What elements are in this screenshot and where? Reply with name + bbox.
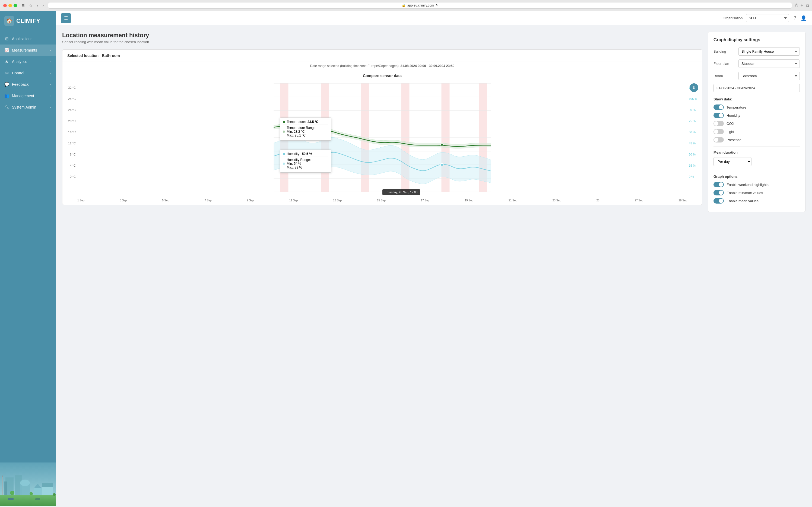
bookmark-icon[interactable]: ☆ (28, 3, 34, 8)
topbar: ☰ Organisation: SFH ? 👤 (56, 11, 812, 25)
sidebar-item-management[interactable]: 👥 Management ‹ (0, 90, 56, 102)
co2-toggle[interactable] (713, 121, 724, 126)
sidebar-item-measurements[interactable]: 📈 Measurements ‹ (0, 45, 56, 56)
chart-date-range-value: 31.08.2024 00:00 - 30.09.2024 23:59 (401, 64, 455, 68)
close-button[interactable] (3, 4, 7, 7)
traffic-lights (3, 4, 17, 7)
help-icon[interactable]: ? (794, 15, 796, 21)
mean-values-toggle[interactable] (713, 198, 724, 204)
temperature-toggle[interactable] (713, 105, 724, 110)
topbar-right: Organisation: SFH ? 👤 (723, 14, 807, 22)
temperature-toggle-row: Temperature (713, 105, 800, 110)
light-toggle-row: Light (713, 129, 800, 134)
analytics-label: Analytics (12, 59, 27, 64)
chart-area-wrapper: ⬇ 32 °C 28 °C 24 °C 20 °C 16 °C 12 °C 8 … (62, 81, 702, 205)
share-icon[interactable]: ⎙ (795, 3, 798, 8)
svg-rect-16 (8, 498, 13, 500)
sidebar-item-control[interactable]: ⚙ Control ‹ (0, 67, 56, 79)
hamburger-button[interactable]: ☰ (61, 13, 71, 23)
tab-icon[interactable]: ⊞ (20, 3, 26, 8)
analytics-chevron: ‹ (50, 60, 51, 63)
mean-duration-title: Mean duration (713, 150, 800, 155)
minmax-values-toggle[interactable] (713, 190, 724, 195)
building-dropdown[interactable]: Single Family House (739, 47, 800, 56)
y-label-30: 30 % (689, 153, 700, 156)
management-chevron: ‹ (50, 94, 51, 98)
date-range-input[interactable]: 31/08/2024 - 30/09/2024 (713, 84, 800, 92)
weekend-highlights-knob (719, 182, 723, 187)
back-button[interactable]: ‹ (36, 3, 39, 8)
windows-icon[interactable]: ⧉ (806, 3, 809, 8)
address-bar[interactable]: 🔒 app.eu.climify.com ↻ (48, 2, 792, 9)
graph-options-title: Graph options (713, 174, 800, 179)
light-toggle[interactable] (713, 129, 724, 134)
sidebar-item-feedback[interactable]: 💬 Feedback ‹ (0, 79, 56, 90)
applications-label: Applications (12, 37, 33, 41)
sidebar-nav: ⊞ Applications 📈 Measurements ‹ ≋ Analyt… (0, 31, 56, 462)
browser-actions: ⎙ + ⧉ (795, 3, 809, 8)
chart-header: Selected location - Bathroom (62, 50, 702, 62)
settings-title: Graph display settings (713, 38, 800, 42)
x-label-11sep: 11 Sep (289, 199, 298, 202)
new-tab-icon[interactable]: + (801, 3, 803, 8)
sidebar-item-analytics[interactable]: ≋ Analytics ‹ (0, 56, 56, 67)
minimize-button[interactable] (8, 4, 12, 7)
reload-icon[interactable]: ↻ (436, 4, 438, 7)
management-icon: 👥 (4, 93, 9, 98)
svg-point-35 (441, 163, 444, 166)
mean-duration-select[interactable]: Per day Per hour Per week Per month (713, 157, 751, 166)
x-label-29sep: 29 Sep (679, 199, 687, 202)
sidebar-item-applications[interactable]: ⊞ Applications (0, 33, 56, 45)
feedback-icon: 💬 (4, 82, 9, 87)
room-dropdown[interactable]: Bathroom (739, 72, 800, 80)
room-row: Room Bathroom (713, 72, 800, 80)
co2-toggle-row: CO2 (713, 121, 800, 126)
x-label-21sep: 21 Sep (509, 199, 517, 202)
minmax-values-label: Enable min/max values (727, 191, 763, 195)
y-label-105: 105 % (689, 97, 700, 100)
humidity-toggle[interactable] (713, 113, 724, 118)
chart-svg (62, 83, 702, 197)
city-illustration (0, 462, 56, 506)
svg-rect-17 (35, 498, 40, 500)
weekend-highlights-toggle[interactable] (713, 182, 724, 187)
svg-point-11 (10, 491, 14, 495)
fullscreen-button[interactable] (13, 4, 17, 7)
x-label-7sep: 7 Sep (205, 199, 212, 202)
svg-point-12 (30, 492, 33, 495)
show-data-title: Show data: (713, 97, 800, 101)
svg-rect-3 (4, 482, 7, 495)
presence-toggle[interactable] (713, 137, 724, 143)
sidebar-logo: 🏠 CLIMIFY (0, 11, 56, 31)
date-tooltip: Thursday, 26 Sep, 12:00 (383, 189, 420, 195)
url-text: app.eu.climify.com (407, 4, 434, 7)
co2-toggle-knob (714, 121, 718, 126)
humidity-toggle-row: Humidity (713, 113, 800, 118)
x-label-3sep: 3 Sep (120, 199, 127, 202)
floor-plan-dropdown[interactable]: Stueplan (739, 59, 800, 68)
feedback-chevron: ‹ (50, 83, 51, 86)
x-label-19sep: 19 Sep (465, 199, 473, 202)
app-container: 🏠 CLIMIFY ⊞ Applications 📈 Measurements … (0, 11, 812, 506)
x-label-27sep: 27 Sep (635, 199, 643, 202)
co2-toggle-label: CO2 (727, 122, 734, 126)
user-icon[interactable]: 👤 (801, 15, 807, 21)
floor-plan-row: Floor plan Stueplan (713, 59, 800, 68)
applications-icon: ⊞ (4, 36, 9, 41)
humidity-toggle-label: Humidity (727, 113, 740, 117)
svg-marker-10 (42, 483, 53, 487)
divider-1 (713, 146, 800, 147)
org-dropdown[interactable]: SFH (746, 14, 789, 22)
download-button[interactable]: ⬇ (690, 83, 698, 92)
light-toggle-knob (714, 129, 718, 134)
x-label-5sep: 5 Sep (162, 199, 169, 202)
building-label: Building (713, 49, 735, 53)
system-admin-chevron: ‹ (50, 106, 51, 109)
mean-values-label: Enable mean values (727, 199, 759, 203)
humidity-toggle-knob (719, 113, 723, 117)
sidebar-item-system-admin[interactable]: 🔧 System Admin ‹ (0, 102, 56, 113)
forward-button[interactable]: › (42, 3, 45, 8)
system-admin-label: System Admin (12, 105, 36, 109)
svg-rect-1 (0, 495, 56, 506)
x-label-9sep: 9 Sep (247, 199, 254, 202)
